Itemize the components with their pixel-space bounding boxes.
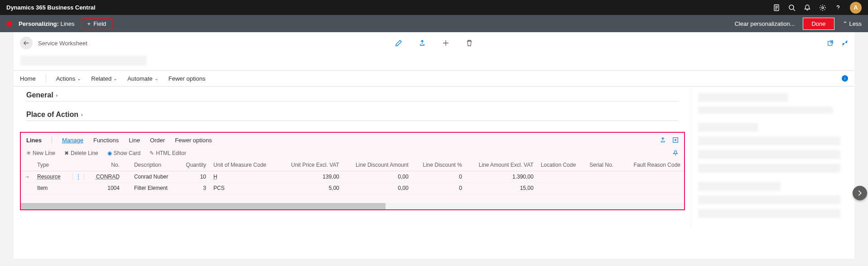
lines-tab-functions[interactable]: Functions	[93, 137, 119, 144]
lines-tab-manage[interactable]: Manage	[62, 137, 83, 144]
share-icon[interactable]	[660, 137, 666, 143]
back-button[interactable]	[20, 37, 33, 49]
scroll-thumb[interactable]	[21, 203, 386, 209]
table-row[interactable]: → Resource ⋮ CONRAD Conrad Nuber 10 H 13…	[21, 171, 684, 183]
tab-automate[interactable]: Automate ⌄	[127, 75, 159, 82]
popout-icon[interactable]	[827, 40, 834, 46]
svg-point-2	[822, 7, 824, 9]
cell-serial[interactable]	[586, 183, 622, 194]
cell-fault[interactable]	[622, 171, 684, 183]
col-type[interactable]: Type	[34, 159, 69, 171]
show-card-icon: ◉	[107, 150, 112, 156]
add-field-button[interactable]: + Field	[81, 18, 113, 30]
app-title: Dynamics 365 Business Central	[6, 4, 773, 11]
cell-discpct[interactable]: 0	[412, 183, 466, 194]
table-row[interactable]: Item 1004 Filter Element 3 PCS 5,00 0,00…	[21, 183, 684, 194]
lines-tab-order[interactable]: Order	[150, 137, 165, 144]
pin-icon[interactable]	[672, 150, 679, 156]
col-lineamt[interactable]: Line Amount Excl. VAT	[466, 159, 537, 171]
record-dot-icon	[6, 21, 12, 27]
lines-fewer-options[interactable]: Fewer options	[175, 137, 212, 144]
col-unitprice[interactable]: Unit Price Excl. VAT	[279, 159, 343, 171]
page-toolbar: Home Actions ⌄ Related ⌄ Automate ⌄ Fewe…	[14, 70, 854, 87]
cell-unitprice[interactable]: 5,00	[279, 183, 343, 194]
cell-discamt[interactable]: 0,00	[343, 171, 412, 183]
delete-line-button[interactable]: ✖Delete Line	[64, 150, 98, 156]
breadcrumb: Service Worksheet	[38, 40, 87, 47]
cell-serial[interactable]	[586, 171, 622, 183]
section-place-of-action[interactable]: Place of Action ›	[26, 111, 679, 121]
col-no[interactable]: No.	[88, 159, 123, 171]
col-discpct[interactable]: Line Discount %	[412, 159, 466, 171]
app-header: Dynamics 365 Business Central A	[0, 0, 868, 15]
doc-icon[interactable]	[773, 4, 780, 11]
plus-icon[interactable]	[442, 39, 449, 47]
personalize-bar: Personalizing: Lines + Field Clear perso…	[0, 15, 868, 32]
plus-icon: +	[87, 20, 91, 27]
col-uom[interactable]: Unit of Measure Code	[210, 159, 279, 171]
horizontal-scrollbar[interactable]	[21, 203, 684, 209]
help-icon[interactable]	[834, 4, 842, 11]
cell-loc[interactable]	[537, 171, 586, 183]
share-icon[interactable]	[419, 39, 426, 47]
cell-unitprice[interactable]: 139,00	[279, 171, 343, 183]
lines-tab-line[interactable]: Line	[129, 137, 140, 144]
lines-table: Type No. Description Quantity Unit of Me…	[21, 159, 684, 194]
cell-loc[interactable]	[537, 183, 586, 194]
col-desc[interactable]: Description	[130, 159, 178, 171]
less-toggle[interactable]: ⌃ Less	[843, 20, 862, 27]
html-editor-button[interactable]: ✎HTML Editor	[149, 150, 186, 156]
edit-icon[interactable]	[395, 39, 402, 47]
tab-actions[interactable]: Actions ⌄	[56, 75, 82, 82]
col-serial[interactable]: Serial No.	[586, 159, 622, 171]
col-qty[interactable]: Quantity	[178, 159, 210, 171]
tab-home[interactable]: Home	[20, 75, 36, 82]
cell-uom[interactable]: PCS	[210, 183, 279, 194]
page-card: Service Worksheet Home Actions ⌄ Related…	[14, 32, 854, 259]
collapse-icon[interactable]	[842, 40, 848, 46]
section-place-label: Place of Action	[26, 111, 78, 119]
cell-lineamt[interactable]: 15,00	[466, 183, 537, 194]
cell-qty[interactable]: 3	[178, 183, 210, 194]
section-general[interactable]: General ›	[26, 91, 679, 102]
field-label: Field	[93, 20, 106, 27]
cell-lineamt[interactable]: 1.390,00	[466, 171, 537, 183]
gear-icon[interactable]	[819, 4, 826, 11]
done-button[interactable]: Done	[803, 18, 834, 30]
next-record-button[interactable]	[853, 186, 867, 200]
cell-discamt[interactable]: 0,00	[343, 183, 412, 194]
info-badge[interactable]: i	[842, 75, 848, 82]
row-selector-icon[interactable]: →	[24, 174, 30, 180]
fewer-options[interactable]: Fewer options	[169, 75, 206, 82]
cell-uom[interactable]: H	[213, 174, 217, 180]
clear-personalization-link[interactable]: Clear personalization...	[734, 20, 795, 27]
cell-desc[interactable]: Filter Element	[130, 183, 178, 194]
cell-type[interactable]: Resource	[37, 174, 60, 180]
cell-qty[interactable]: 10	[178, 171, 210, 183]
page-actions-center	[395, 39, 473, 47]
tab-related[interactable]: Related ⌄	[91, 75, 117, 82]
bell-icon[interactable]	[804, 4, 811, 11]
cell-type[interactable]: Item	[34, 183, 69, 194]
row-menu-icon[interactable]: ⋮	[72, 174, 84, 180]
avatar[interactable]: A	[850, 2, 862, 14]
cell-no[interactable]: 1004	[88, 183, 123, 194]
search-icon[interactable]	[788, 4, 796, 11]
cell-no[interactable]: CONRAD	[96, 174, 120, 180]
show-card-button[interactable]: ◉Show Card	[107, 150, 140, 156]
col-discamt[interactable]: Line Discount Amount	[343, 159, 412, 171]
chevron-right-icon: ›	[81, 112, 83, 117]
page-header: Service Worksheet	[14, 32, 854, 54]
new-line-icon: ✳	[26, 150, 31, 156]
cell-fault[interactable]	[622, 183, 684, 194]
redacted-title	[20, 56, 147, 66]
cell-desc[interactable]: Conrad Nuber	[130, 171, 178, 183]
new-line-button[interactable]: ✳New Line	[26, 150, 55, 156]
pencil-icon: ✎	[149, 150, 154, 156]
cell-discpct[interactable]: 0	[412, 171, 466, 183]
delete-icon[interactable]	[466, 39, 473, 47]
expand-icon[interactable]	[672, 137, 679, 143]
col-fault[interactable]: Fault Reason Code	[622, 159, 684, 171]
personalize-label: Personalizing: Lines	[19, 20, 75, 27]
col-loc[interactable]: Location Code	[537, 159, 586, 171]
